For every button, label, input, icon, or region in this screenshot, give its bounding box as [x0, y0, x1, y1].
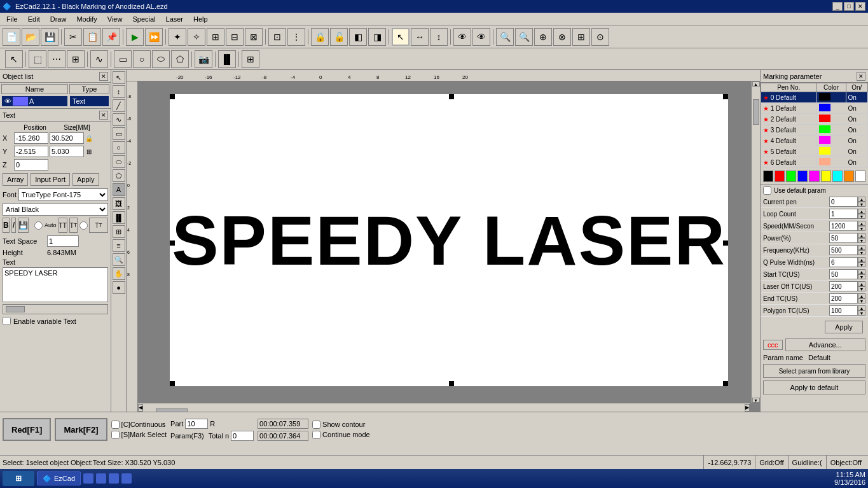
pan-tool[interactable]: ✋ — [113, 267, 125, 280]
paste-button[interactable]: 📌 — [102, 28, 120, 46]
tool2-button[interactable]: ✧ — [188, 28, 205, 46]
apply-right-button[interactable]: Apply — [825, 321, 863, 333]
auto-radio[interactable] — [34, 221, 43, 230]
swatch-red[interactable] — [775, 171, 785, 182]
part-input[interactable] — [185, 419, 208, 429]
menu-laser[interactable]: Laser — [161, 13, 189, 25]
scroll-down-btn[interactable]: ▼ — [752, 398, 760, 403]
ccc-button[interactable]: ccc — [763, 340, 783, 350]
select-tool[interactable]: ↖ — [5, 50, 23, 68]
current-pen-down[interactable]: ▼ — [858, 202, 865, 207]
menu-special[interactable]: Special — [127, 13, 160, 25]
h-scrollbar[interactable]: ◀ ▶ — [138, 403, 750, 412]
current-pen-up[interactable]: ▲ — [858, 197, 865, 202]
menu-modify[interactable]: Modify — [71, 13, 102, 25]
advance-button[interactable]: Advance... — [785, 338, 866, 351]
power-up[interactable]: ▲ — [858, 233, 865, 238]
draw-bezier[interactable]: ∿ — [90, 50, 108, 68]
frequency-input[interactable] — [829, 245, 858, 255]
pen-row-5[interactable]: ★ 5 Default On — [761, 146, 868, 157]
save-button[interactable]: 💾 — [41, 28, 59, 46]
qpulse-down[interactable]: ▼ — [858, 262, 865, 267]
end-tc-up[interactable]: ▲ — [858, 293, 865, 298]
polygon-tc-input[interactable] — [829, 305, 858, 316]
end-tc-input[interactable] — [829, 293, 858, 303]
eye2-button[interactable]: 👁 — [472, 28, 490, 46]
laser-off-up[interactable]: ▲ — [858, 281, 865, 286]
object-list-close[interactable]: ✕ — [99, 72, 108, 81]
swatch-green[interactable] — [786, 171, 796, 182]
mark-button[interactable]: Mark[F2] — [55, 418, 107, 441]
font-style-select[interactable]: Arial Black — [3, 203, 108, 216]
array-button[interactable]: Array — [3, 173, 28, 186]
pen-row-6[interactable]: ★ 6 Default On — [761, 157, 868, 168]
rect-tool[interactable]: ▭ — [113, 127, 125, 140]
align-right-text-btn[interactable]: TT — [89, 218, 108, 233]
swatch-magenta[interactable] — [809, 171, 819, 182]
minimize-button[interactable]: _ — [832, 2, 843, 11]
zoom-tool[interactable]: 🔍 — [113, 253, 125, 266]
v-scrollbar[interactable]: ▲ ▼ — [751, 81, 760, 403]
align-right-button[interactable]: ◨ — [368, 28, 386, 46]
draw-qr[interactable]: ⊞ — [242, 50, 259, 68]
loop-count-up[interactable]: ▲ — [858, 209, 865, 214]
height-input[interactable] — [50, 146, 84, 157]
total-n-input[interactable] — [231, 431, 254, 441]
tool5-button[interactable]: ⊠ — [245, 28, 263, 46]
swatch-black[interactable] — [763, 171, 773, 182]
draw-ellipse[interactable]: ⬭ — [152, 50, 170, 68]
swatch-orange[interactable] — [844, 171, 854, 182]
barcode-tool[interactable]: ▐▌ — [113, 211, 125, 224]
handle-bm[interactable] — [449, 381, 454, 386]
speed-input[interactable] — [829, 221, 858, 231]
tool1-button[interactable]: ✦ — [169, 28, 186, 46]
laser-off-down[interactable]: ▼ — [858, 286, 865, 291]
tool3-button[interactable]: ⊞ — [207, 28, 224, 46]
current-pen-input[interactable] — [829, 197, 858, 207]
hatch-tool[interactable]: ≡ — [113, 239, 125, 252]
dot-tool[interactable]: ● — [113, 281, 125, 294]
close-button[interactable]: ✕ — [855, 2, 865, 11]
draw-barcode[interactable]: ▐▌ — [218, 50, 236, 68]
draw-rect[interactable]: ▭ — [114, 50, 132, 68]
flip-v-button[interactable]: ↕ — [430, 28, 448, 46]
pan-button[interactable]: ⊙ — [591, 28, 609, 46]
z-input[interactable] — [14, 159, 48, 171]
unlock-button[interactable]: 🔓 — [330, 28, 348, 46]
width-input[interactable] — [50, 132, 84, 144]
ellipse-tool[interactable]: ⬭ — [113, 155, 125, 168]
pen-row-1[interactable]: ★ 1 Default On — [761, 103, 868, 114]
text-space-input[interactable] — [47, 235, 79, 247]
canvas-main[interactable]: SPEEDY LASER ◀ ▶ ▲ ▼ — [138, 81, 760, 412]
apply-button[interactable]: Apply — [72, 173, 99, 186]
line-tool[interactable]: ╱ — [113, 99, 125, 112]
power-input[interactable] — [829, 233, 858, 243]
text-tool[interactable]: A — [113, 183, 125, 196]
draw-node[interactable]: ⋯ — [48, 50, 65, 68]
image-tool[interactable]: 🖼 — [113, 197, 125, 210]
tool4-button[interactable]: ⊟ — [226, 28, 244, 46]
swatch-blue[interactable] — [797, 171, 808, 182]
handle-ml[interactable] — [170, 241, 175, 246]
qr-tool[interactable]: ⊞ — [113, 225, 125, 238]
polygon-tc-up[interactable]: ▲ — [858, 305, 865, 310]
frequency-down[interactable]: ▼ — [858, 250, 865, 255]
bold-icon-btn[interactable]: B — [3, 218, 10, 233]
align-left-button[interactable]: ◧ — [349, 28, 367, 46]
start-tc-up[interactable]: ▲ — [858, 269, 865, 274]
eye1-button[interactable]: 👁 — [453, 28, 471, 46]
font-select[interactable]: TrueType Font-175 — [18, 188, 108, 201]
continue-mode-checkbox[interactable] — [312, 431, 320, 439]
marking-param-close[interactable]: ✕ — [857, 72, 865, 81]
draw-import[interactable]: 📷 — [195, 50, 212, 68]
frequency-up[interactable]: ▲ — [858, 245, 865, 250]
handle-bl[interactable] — [170, 381, 175, 386]
lock-button[interactable]: 🔒 — [311, 28, 329, 46]
open-button[interactable]: 📂 — [22, 28, 39, 46]
speed-down[interactable]: ▼ — [858, 226, 865, 231]
power-down[interactable]: ▼ — [858, 238, 865, 243]
draw-array[interactable]: ⊞ — [67, 50, 85, 68]
scroll-left-btn[interactable]: ◀ — [138, 404, 143, 412]
new-button[interactable]: 📄 — [3, 28, 20, 46]
align-center-text-btn[interactable]: TT — [69, 218, 78, 233]
